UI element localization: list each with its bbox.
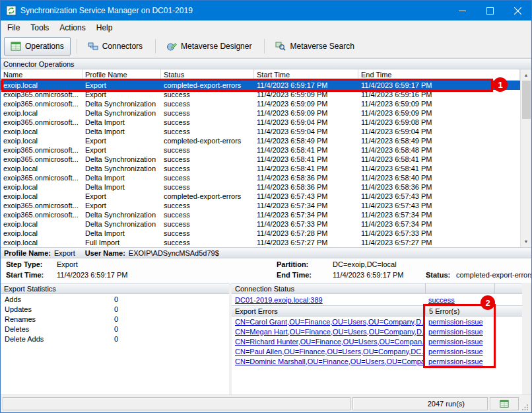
statusbar: 2047 run(s) [1, 394, 531, 412]
cell-start: 11/4/2023 6:59:09 PM [254, 91, 358, 98]
operation-detail-fields: Step Type: Export Partition: DC=exoip,DC… [1, 258, 531, 283]
operation-row[interactable]: exoip.localExportcompleted-export-errors… [1, 136, 520, 145]
cell-status: completed-export-errors [161, 81, 254, 89]
cell-profile: Delta Import [83, 174, 161, 182]
table-vertical-scrollbar[interactable]: ▲ ▼ [520, 69, 531, 247]
stats-label: Updates [1, 305, 114, 313]
connectors-icon [88, 41, 98, 52]
operation-row[interactable]: exoip.localDelta Synchronizationsuccess1… [1, 164, 520, 173]
toolbar-button-metaverse-designer[interactable]: Metaverse Designer [160, 37, 258, 56]
menu-item-help[interactable]: Help [91, 21, 118, 34]
error-dn-link[interactable]: CN=Carol Grant,OU=Finance,OU=Users,OU=Co… [235, 318, 425, 326]
cell-status: success [161, 211, 254, 219]
connection-server-link[interactable]: DC01-2019.exoip.local:389 [235, 296, 323, 304]
maximize-button[interactable] [476, 1, 504, 20]
export-error-row: CN=Megan Hart,OU=Finance,OU=Users,OU=Com… [232, 326, 522, 336]
scroll-down-icon[interactable]: ▼ [521, 236, 532, 247]
toolbar-button-metaverse-search[interactable]: Metaverse Search [269, 37, 360, 56]
operation-row[interactable]: exoip365.onmicrosoft...Delta Synchroniza… [1, 210, 520, 219]
operation-row[interactable]: exoip.localDelta Importsuccess11/4/2023 … [1, 127, 520, 136]
resize-grip[interactable] [521, 397, 529, 410]
cell-name: exoip.local [1, 220, 83, 228]
scroll-up-icon[interactable]: ▲ [521, 69, 532, 81]
cell-profile: Delta Import [83, 128, 161, 135]
operation-row[interactable]: exoip365.onmicrosoft...Exportsuccess11/4… [1, 201, 520, 210]
step-type-value: Export [57, 260, 78, 268]
cell-profile: Export [83, 137, 161, 145]
error-type-link[interactable]: permission-issue [428, 328, 483, 336]
error-type-link[interactable]: permission-issue [428, 357, 483, 365]
cell-profile: Delta Synchronization [83, 165, 161, 172]
operation-row[interactable]: exoip.localDelta Importsuccess11/4/2023 … [1, 229, 520, 238]
cell-name: exoip.local [1, 239, 83, 246]
cell-status: success [161, 109, 254, 117]
cell-end: 11/4/2023 6:58:49 PM [358, 137, 520, 145]
operation-row[interactable]: exoip365.onmicrosoft...Exportsuccess11/4… [1, 90, 520, 99]
column-header-start-time[interactable]: Start Time [254, 69, 358, 80]
error-type-cell: permission-issue [425, 328, 494, 336]
menu-item-actions[interactable]: Actions [54, 21, 90, 34]
operation-row[interactable]: exoip.localExportcompleted-export-errors… [1, 192, 520, 201]
connection-status-panel: Connection Status DC01-2019.exoip.local:… [232, 283, 522, 394]
toolbar-button-connectors[interactable]: Connectors [81, 37, 149, 56]
selected-operation-summary: Profile Name: Export User Name: EXOIP\AD… [1, 247, 531, 258]
operation-row[interactable]: exoip.localDelta Synchronizationsuccess1… [1, 108, 520, 118]
toolbar-button-operations[interactable]: Operations [4, 37, 71, 56]
error-type-cell: permission-issue [425, 348, 494, 356]
column-header-name[interactable]: Name [1, 69, 83, 80]
operation-row[interactable]: exoip365.onmicrosoft...Delta Importsucce… [1, 173, 520, 182]
error-dn-link[interactable]: CN=Paul Allen,OU=Finance,OU=Users,OU=Com… [235, 348, 425, 356]
cell-name: exoip365.onmicrosoft... [1, 146, 83, 154]
operation-row[interactable]: exoip365.onmicrosoft...Delta Importsucce… [1, 118, 520, 127]
statusbar-message-panel [3, 397, 350, 410]
status-label: Status: [426, 271, 450, 279]
toolbar-button-label: Metaverse Designer [181, 42, 251, 51]
column-header-profile-name[interactable]: Profile Name [83, 69, 161, 80]
error-type-link[interactable]: permission-issue [428, 338, 483, 346]
scroll-thumb[interactable] [522, 81, 531, 119]
operation-row[interactable]: exoip365.onmicrosoft...Delta Synchroniza… [1, 99, 520, 108]
cell-name: exoip365.onmicrosoft... [1, 202, 83, 209]
cell-status: success [161, 91, 254, 98]
cell-status: success [161, 146, 254, 154]
cell-end: 11/4/2023 6:59:08 PM [358, 118, 520, 126]
error-dn-link[interactable]: CN=Megan Hart,OU=Finance,OU=Users,OU=Com… [235, 328, 425, 336]
error-type-link[interactable]: permission-issue [428, 348, 483, 356]
operation-row[interactable]: exoip.localDelta Synchronizationsuccess1… [1, 219, 520, 229]
operation-row[interactable]: exoip.localDelta Importsuccess11/4/2023 … [1, 182, 520, 192]
titlebar: Synchronization Service Manager on DC01-… [1, 1, 531, 20]
column-header-end-time[interactable]: End Time [358, 69, 520, 80]
toolbar: OperationsConnectorsMetaverse DesignerMe… [1, 35, 531, 58]
stats-row: Renames0 [1, 314, 229, 324]
cell-status: success [161, 118, 254, 126]
cell-name: exoip.local [1, 81, 83, 89]
cell-name: exoip365.onmicrosoft... [1, 118, 83, 126]
error-dn-link[interactable]: CN=Dominic Marshall,OU=Finance,OU=Users,… [235, 357, 425, 365]
cell-name: exoip365.onmicrosoft... [1, 100, 83, 108]
cell-name: exoip.local [1, 137, 83, 145]
cell-status: success [161, 229, 254, 237]
cell-profile: Delta Import [83, 229, 161, 237]
menu-item-file[interactable]: File [2, 21, 25, 34]
connection-result-cell: success [425, 296, 494, 304]
error-dn-link[interactable]: CN=Richard Hunter,OU=Finance,OU=Users,OU… [235, 338, 425, 346]
menu-item-tools[interactable]: Tools [25, 21, 54, 34]
cell-end: 11/4/2023 6:57:27 PM [358, 239, 520, 246]
connection-result-link[interactable]: success [428, 296, 455, 304]
export-statistics-caption: Export Statistics [1, 283, 229, 294]
cell-start: 11/4/2023 6:59:04 PM [254, 118, 358, 126]
error-type-link[interactable]: permission-issue [428, 318, 483, 326]
operation-row[interactable]: exoip.localExportcompleted-export-errors… [1, 81, 520, 90]
statusbar-grid-button[interactable] [490, 397, 519, 410]
operation-row[interactable]: exoip365.onmicrosoft...Delta Synchroniza… [1, 155, 520, 164]
operation-row[interactable]: exoip.localFull Importsuccess11/4/2023 6… [1, 238, 520, 247]
column-header-status[interactable]: Status [161, 69, 254, 80]
cell-profile: Delta Import [83, 118, 161, 126]
operation-row[interactable]: exoip365.onmicrosoft...Exportsuccess11/4… [1, 145, 520, 155]
cell-status: completed-export-errors [161, 192, 254, 200]
minimize-button[interactable] [448, 1, 476, 20]
close-button[interactable] [504, 1, 531, 20]
toolbar-separator [155, 39, 156, 54]
partition-label: Partition: [277, 260, 308, 268]
stats-label: Deletes [1, 325, 114, 333]
